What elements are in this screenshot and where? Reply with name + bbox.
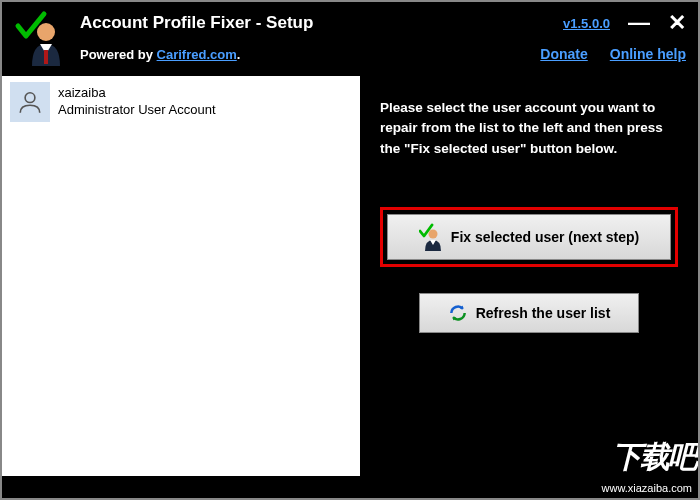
- svg-rect-1: [44, 50, 48, 64]
- app-title: Account Profile Fixer - Setup: [80, 13, 313, 33]
- powered-by: Powered by Carifred.com.: [80, 47, 240, 62]
- watermark-url: www.xiazaiba.com: [598, 481, 696, 495]
- refresh-icon: [448, 303, 468, 323]
- carifred-link[interactable]: Carifred.com: [157, 47, 237, 62]
- user-name: xaizaiba: [58, 85, 216, 102]
- fix-selected-user-button[interactable]: Fix selected user (next step): [387, 214, 671, 260]
- minimize-button[interactable]: —: [628, 18, 650, 28]
- donate-link[interactable]: Donate: [540, 46, 587, 62]
- user-type: Administrator User Account: [58, 102, 216, 119]
- version-link[interactable]: v1.5.0.0: [563, 16, 610, 31]
- app-logo-icon: [14, 10, 70, 66]
- svg-point-2: [25, 93, 35, 103]
- instruction-text: Please select the user account you want …: [380, 98, 678, 159]
- fix-button-highlight: Fix selected user (next step): [380, 207, 678, 267]
- user-avatar-icon: [10, 82, 50, 122]
- user-list-item[interactable]: xaizaiba Administrator User Account: [2, 76, 360, 128]
- refresh-user-list-button[interactable]: Refresh the user list: [419, 293, 639, 333]
- close-button[interactable]: ✕: [668, 10, 686, 36]
- action-panel: Please select the user account you want …: [360, 76, 698, 476]
- svg-point-0: [37, 23, 55, 41]
- user-list[interactable]: xaizaiba Administrator User Account: [2, 76, 360, 476]
- refresh-button-label: Refresh the user list: [476, 305, 611, 321]
- fix-button-label: Fix selected user (next step): [451, 229, 639, 245]
- user-check-icon: [419, 223, 443, 251]
- help-link[interactable]: Online help: [610, 46, 686, 62]
- svg-point-3: [428, 229, 437, 238]
